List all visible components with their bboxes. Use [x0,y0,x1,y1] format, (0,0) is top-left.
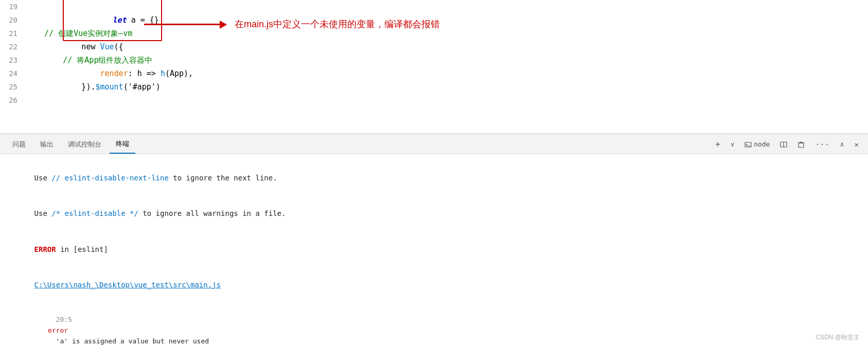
line-number-19: 19 [0,0,26,13]
split-terminal-button[interactable] [777,139,790,150]
error-detail-line: 20:5 error 'a' is assigned a value but n… [24,303,860,347]
terminal-dropdown-button[interactable]: ∨ [728,139,737,150]
code-lines: 19 20 let a = {} 在main.js中定义一个未使用的变量，编译都… [0,0,868,107]
annotation-text: 在main.js中定义一个未使用的变量，编译都会报错 [235,17,440,31]
code-editor: 19 20 let a = {} 在main.js中定义一个未使用的变量，编译都… [0,0,868,134]
tab-bar-left: 问题 输出 调试控制台 终端 [6,135,135,154]
terminal-panel: 问题 输出 调试控制台 终端 + ∨ node [0,135,868,347]
error-type: error [48,326,68,334]
error-position: 20:5 [48,316,80,323]
keyword-let: let [113,15,127,25]
svg-rect-4 [799,143,804,148]
tab-terminal[interactable]: 终端 [110,135,135,154]
arrow-line [144,24,226,25]
add-terminal-button[interactable]: + [712,138,723,151]
maximize-panel-button[interactable]: ∧ [837,139,847,150]
tab-debug-console[interactable]: 调试控制台 [62,135,108,154]
error-message: 'a' is assigned a value but never used [48,337,217,345]
file-path-line: C:\Users\nash_\Desktop\vue_test\src\main… [8,267,860,303]
eslint-line2: Use /* eslint-disable */ to ignore all w… [8,196,860,231]
node-badge[interactable]: node [741,139,773,150]
tab-bar-right: + ∨ node ··· ∧ ✕ [712,138,862,151]
code-line-26: 26 [0,94,868,107]
line-number-26: 26 [0,94,26,107]
split-icon [780,141,787,148]
line-number-24: 24 [0,67,26,80]
error-label: ERROR [34,245,56,253]
more-actions-button[interactable]: ··· [812,139,832,150]
svg-rect-0 [745,142,751,147]
code-line-25: 25 }).$mount('#app') [0,80,868,94]
file-path-link[interactable]: C:\Users\nash_\Desktop\vue_test\src\main… [34,281,221,289]
error-label-line: ERROR in [eslint] [8,232,860,267]
node-label: node [754,140,770,148]
line-number-20: 20 [0,13,26,27]
code-mount: $mount [95,82,123,92]
code-close-brace: }). [63,82,95,92]
line-number-21: 21 [0,27,26,40]
tab-output[interactable]: 输出 [34,135,60,154]
terminal-icon [745,141,752,148]
close-panel-button[interactable]: ✕ [852,139,862,150]
line-number-25: 25 [0,80,26,94]
terminal-content: Use // eslint-disable-next-line to ignor… [0,154,868,347]
delete-terminal-button[interactable] [794,139,808,150]
tab-problems[interactable]: 问题 [6,135,32,154]
line-number-22: 22 [0,40,26,53]
svg-rect-6 [800,142,802,143]
eslint-line1: Use // eslint-disable-next-line to ignor… [8,160,860,196]
code-mount-arg: ('#app') [123,82,161,92]
line-number-23: 23 [0,53,26,67]
trash-icon [798,141,805,148]
annotation-arrow: 在main.js中定义一个未使用的变量，编译都会报错 [144,17,440,31]
credit-text: CSDN @秋堂主 [816,333,860,342]
code-line-20: 20 let a = {} 在main.js中定义一个未使用的变量，编译都会报错 [0,13,868,27]
tab-bar: 问题 输出 调试控制台 终端 + ∨ node [0,135,868,154]
